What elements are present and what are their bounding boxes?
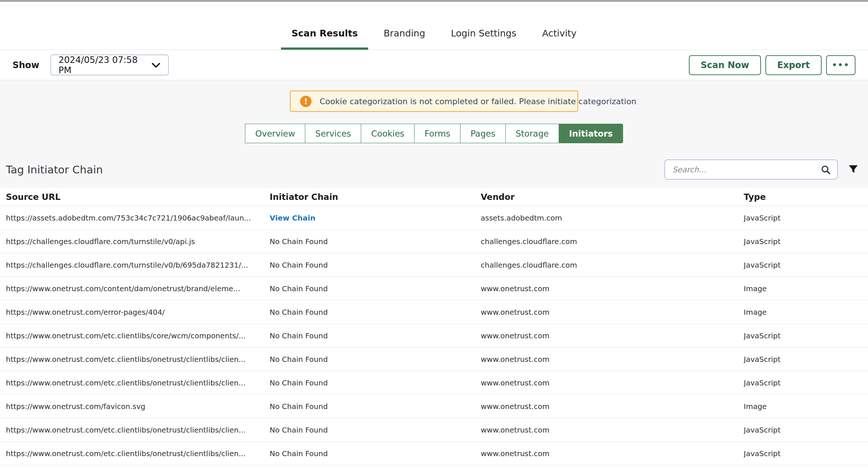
vendor-cell: www.onetrust.com <box>481 308 744 317</box>
source-url-cell: https://www.onetrust.com/etc.clientlibs/… <box>6 449 270 458</box>
initiator-chain-cell: No Chain Found <box>270 355 481 364</box>
vendor-cell: www.onetrust.com <box>481 331 744 340</box>
main-tab-label: Login Settings <box>451 28 516 39</box>
scan-results-panel: ! Cookie categorization is not completed… <box>0 80 868 188</box>
type-cell: Image <box>744 402 868 411</box>
main-tab[interactable]: Login Settings <box>441 28 527 50</box>
table-row: https://challenges.cloudflare.com/turnst… <box>0 230 868 253</box>
vendor-cell: www.onetrust.com <box>481 378 744 387</box>
type-cell: Image <box>744 284 868 293</box>
vendor-cell: challenges.cloudflare.com <box>481 237 744 246</box>
scan-result-subtabs: Overview Services Cookies Forms Pages St… <box>0 124 868 143</box>
search-input[interactable] <box>672 165 820 174</box>
page-title: Tag Initiator Chain <box>6 163 103 176</box>
toolbar-actions: Scan Now Export ••• <box>689 55 855 75</box>
source-url-cell: https://assets.adobedtm.com/753c34c7c721… <box>6 214 270 222</box>
main-tab[interactable]: Branding <box>373 28 435 50</box>
vendor-cell: www.onetrust.com <box>481 449 744 458</box>
type-cell: JavaScript <box>744 355 868 364</box>
subtab[interactable]: Cookies <box>361 124 414 143</box>
source-url-cell: https://www.onetrust.com/etc.clientlibs/… <box>6 378 270 387</box>
vendor-cell: www.onetrust.com <box>481 426 744 434</box>
source-url-cell: https://www.onetrust.com/content/dam/one… <box>6 284 270 293</box>
type-cell: JavaScript <box>744 378 868 387</box>
initiator-chain-cell: No Chain Found <box>270 449 481 458</box>
subtab[interactable]: Pages <box>460 124 505 143</box>
subtab[interactable]: Forms <box>414 124 460 143</box>
search-box <box>664 159 838 180</box>
table-row: https://www.onetrust.com/content/dam/one… <box>0 277 868 300</box>
column-header-type: Type <box>744 192 868 202</box>
table-row: https://challenges.cloudflare.com/turnst… <box>0 253 868 277</box>
warning-icon: ! <box>300 96 312 107</box>
search-icon[interactable] <box>820 164 831 175</box>
vendor-cell: www.onetrust.com <box>481 402 744 411</box>
initiator-chain-cell[interactable]: View Chain <box>270 214 481 222</box>
main-tab-label: Activity <box>542 28 577 39</box>
subtab[interactable]: Storage <box>505 124 559 143</box>
subtab-label: Storage <box>516 129 549 138</box>
table-row: https://www.onetrust.com/favicon.svg No … <box>0 395 868 418</box>
table-row: https://www.onetrust.com/etc.clientlibs/… <box>0 442 868 465</box>
type-cell: JavaScript <box>744 426 868 434</box>
filter-icon[interactable] <box>847 164 859 176</box>
source-url-cell: https://www.onetrust.com/etc.clientlibs/… <box>6 426 270 434</box>
table-row: https://www.onetrust.com/etc.clientlibs/… <box>0 371 868 395</box>
main-tab-label: Scan Results <box>291 28 357 39</box>
type-cell: JavaScript <box>744 449 868 458</box>
source-url-cell: https://www.onetrust.com/etc.clientlibs/… <box>6 331 270 340</box>
table-row: https://www.onetrust.com/error-pages/404… <box>0 300 868 324</box>
table-row: https://www.onetrust.com/etc.clientlibs/… <box>0 348 868 371</box>
table-row: https://www.onetrust.com/etc.clientlibs/… <box>0 324 868 348</box>
initiator-chain-cell: No Chain Found <box>270 331 481 340</box>
scan-date-value: 2024/05/23 07:58 PM <box>58 55 150 75</box>
subtab-label: Services <box>315 129 351 138</box>
subtab[interactable]: Initiators <box>559 124 623 143</box>
main-tab[interactable]: Scan Results <box>281 28 368 50</box>
subtab[interactable]: Overview <box>245 124 305 143</box>
source-url-cell: https://www.onetrust.com/favicon.svg <box>6 402 270 411</box>
column-header-vendor: Vendor <box>481 192 744 202</box>
vendor-cell: challenges.cloudflare.com <box>481 261 744 269</box>
show-label: Show <box>13 60 39 70</box>
initiator-chain-cell: No Chain Found <box>270 237 481 246</box>
more-actions-button[interactable]: ••• <box>826 55 855 75</box>
column-header-source-url: Source URL <box>6 192 270 202</box>
table-row: https://assets.adobedtm.com/753c34c7c721… <box>0 206 868 230</box>
type-cell: Image <box>744 308 868 317</box>
subtab-label: Overview <box>255 129 295 138</box>
subtab-label: Forms <box>424 129 450 138</box>
vendor-cell: www.onetrust.com <box>481 284 744 293</box>
type-cell: JavaScript <box>744 261 868 269</box>
source-url-cell: https://www.onetrust.com/error-pages/404… <box>6 308 270 317</box>
subtab-label: Pages <box>470 129 495 138</box>
type-cell: JavaScript <box>744 214 868 222</box>
initiator-chain-cell: No Chain Found <box>270 308 481 317</box>
tag-initiator-chain-table: Source URL Initiator Chain Vendor Type h… <box>0 188 868 465</box>
section-header: Tag Initiator Chain <box>0 159 868 180</box>
subtab-label: Cookies <box>371 129 404 138</box>
column-header-initiator-chain: Initiator Chain <box>270 192 481 202</box>
source-url-cell: https://challenges.cloudflare.com/turnst… <box>6 261 270 269</box>
initiator-chain-cell: No Chain Found <box>270 378 481 387</box>
table-header-row: Source URL Initiator Chain Vendor Type <box>0 188 868 206</box>
export-button[interactable]: Export <box>765 55 822 75</box>
table-body: https://assets.adobedtm.com/753c34c7c721… <box>0 206 868 465</box>
source-url-cell: https://challenges.cloudflare.com/turnst… <box>6 237 270 246</box>
main-tab-label: Branding <box>384 28 425 39</box>
cookie-categorization-warning-banner: ! Cookie categorization is not completed… <box>290 91 578 112</box>
vendor-cell: www.onetrust.com <box>481 355 744 364</box>
warning-text: Cookie categorization is not completed o… <box>320 97 636 106</box>
scan-date-dropdown[interactable]: 2024/05/23 07:58 PM <box>50 54 169 75</box>
initiator-chain-cell: No Chain Found <box>270 284 481 293</box>
subtab-label: Initiators <box>569 129 613 138</box>
main-tab-bar: Scan Results Branding Login Settings Act… <box>0 2 868 50</box>
type-cell: JavaScript <box>744 331 868 340</box>
vendor-cell: assets.adobedtm.com <box>481 214 744 222</box>
scan-now-button[interactable]: Scan Now <box>689 55 761 75</box>
subtab[interactable]: Services <box>305 124 361 143</box>
type-cell: JavaScript <box>744 237 868 246</box>
table-row: https://www.onetrust.com/etc.clientlibs/… <box>0 418 868 442</box>
main-tab[interactable]: Activity <box>532 28 587 50</box>
source-url-cell: https://www.onetrust.com/etc.clientlibs/… <box>6 355 270 364</box>
